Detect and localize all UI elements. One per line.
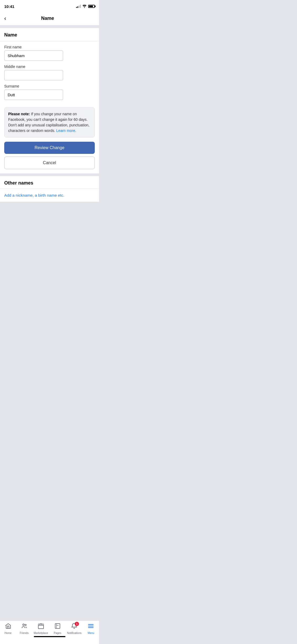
surname-input[interactable] bbox=[4, 90, 63, 100]
page-title: Name bbox=[8, 16, 87, 21]
battery-icon bbox=[88, 5, 95, 8]
name-card: Name First name Middle name Surname Plea… bbox=[0, 28, 99, 173]
nav-header: ‹ Name bbox=[0, 12, 99, 25]
name-card-header: Name bbox=[0, 28, 99, 41]
first-name-input[interactable] bbox=[4, 50, 63, 61]
middle-name-input[interactable] bbox=[4, 70, 63, 80]
surname-label: Surname bbox=[4, 84, 95, 88]
wifi-icon bbox=[82, 5, 87, 8]
other-names-title: Other names bbox=[4, 180, 33, 186]
middle-name-label: Middle name bbox=[4, 65, 95, 69]
back-button[interactable]: ‹ bbox=[4, 14, 8, 23]
signal-icon bbox=[76, 5, 81, 8]
note-bold: Please note: bbox=[8, 112, 30, 116]
other-names-header: Other names bbox=[0, 176, 99, 189]
other-names-card: Other names Add a nickname, a birth name… bbox=[0, 176, 99, 202]
middle-name-group: Middle name bbox=[4, 65, 95, 80]
name-card-title: Name bbox=[4, 32, 17, 38]
name-form: First name Middle name Surname bbox=[0, 41, 99, 107]
first-name-group: First name bbox=[4, 45, 95, 61]
status-icons bbox=[76, 5, 95, 8]
main-content: Name First name Middle name Surname Plea… bbox=[0, 25, 99, 233]
cancel-button[interactable]: Cancel bbox=[4, 157, 95, 169]
review-change-button[interactable]: Review Change bbox=[4, 142, 95, 154]
note-period: . bbox=[75, 128, 76, 133]
note-box: Please note: If you change your name on … bbox=[4, 107, 95, 137]
status-bar: 10:41 bbox=[0, 0, 99, 12]
status-time: 10:41 bbox=[4, 4, 14, 9]
learn-more-link[interactable]: Learn more bbox=[56, 128, 75, 133]
add-other-name-link[interactable]: Add a nickname, a birth name etc. bbox=[0, 189, 99, 202]
first-name-label: First name bbox=[4, 45, 95, 49]
surname-group: Surname bbox=[4, 84, 95, 100]
button-section: Review Change Cancel bbox=[0, 142, 99, 173]
